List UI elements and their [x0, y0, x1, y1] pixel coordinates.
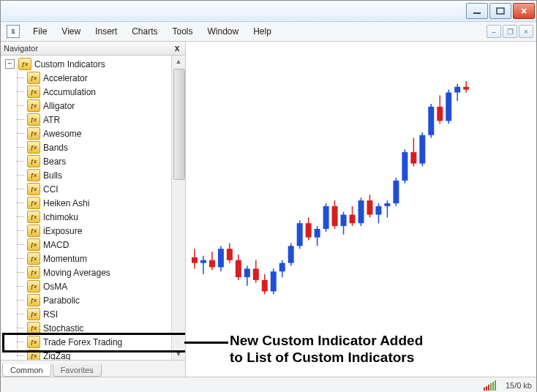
mdi-controls: – ❐ × [485, 25, 536, 38]
annotation-connector [184, 342, 228, 344]
tree-item[interactable]: Bulls [2, 168, 171, 182]
chart-area[interactable]: New Custom Indicator Added to List of Cu… [186, 42, 536, 377]
svg-rect-29 [306, 223, 312, 237]
svg-rect-49 [393, 181, 399, 203]
tree-item-label: ATR [43, 115, 60, 125]
svg-rect-55 [419, 135, 425, 164]
tree-item[interactable]: Accumulation [2, 85, 171, 99]
svg-rect-51 [402, 152, 408, 181]
tree-item[interactable]: Awesome [2, 127, 171, 140]
svg-rect-61 [446, 92, 451, 121]
tree-item[interactable]: iExposure [2, 224, 171, 238]
menu-file[interactable]: File [26, 23, 54, 40]
annotation-text: New Custom Indicator Added to List of Cu… [230, 332, 423, 367]
indicator-fx-icon [27, 99, 40, 112]
navigator-header: Navigator x [1, 42, 185, 56]
menu-view[interactable]: View [54, 23, 88, 40]
window-close-button[interactable]: × [513, 3, 535, 19]
tree-item-label: ZigZag [43, 351, 70, 361]
mdi-close-button[interactable]: × [519, 25, 533, 38]
indicator-fx-icon [27, 238, 40, 251]
tree-item[interactable]: RSI [2, 307, 171, 321]
svg-rect-63 [454, 87, 460, 93]
tree-item-label: Bulls [43, 170, 62, 181]
tree-expander-icon[interactable]: − [5, 59, 15, 69]
tree-item-label: Alligator [43, 101, 75, 111]
status-bar: 15/0 kb [1, 377, 536, 392]
connection-signal-icon [484, 380, 497, 391]
tree-item[interactable]: Ichimoku [2, 210, 171, 224]
tree-item-label: Bears [43, 157, 66, 167]
scroll-thumb[interactable] [173, 69, 185, 180]
indicator-fx-icon [27, 113, 40, 126]
menu-charts[interactable]: Charts [124, 23, 165, 40]
tree-item[interactable]: Parabolic [2, 293, 171, 307]
tree-item-label: CCI [43, 184, 59, 195]
navigator-tabs: Common Favorites [1, 360, 185, 377]
svg-rect-17 [253, 268, 259, 280]
navigator-scrollbar[interactable]: ▲ ▼ [171, 56, 185, 360]
app-window: × $ FileViewInsertChartsToolsWindowHelp … [0, 0, 537, 392]
tree-item[interactable]: CCI [2, 182, 171, 196]
tree-item-label: Bands [43, 143, 68, 153]
svg-rect-37 [341, 215, 347, 227]
window-minimize-button[interactable] [466, 3, 488, 19]
tree-item[interactable]: ZigZag [2, 349, 171, 360]
svg-rect-41 [358, 200, 364, 223]
navigator-panel: Navigator x −Custom IndicatorsAccelerato… [1, 42, 186, 377]
menu-window[interactable]: Window [200, 23, 247, 40]
svg-rect-13 [236, 260, 241, 277]
tree-item-label: iExposure [43, 226, 82, 236]
tree-item-label: Awesome [43, 129, 81, 139]
indicator-fx-icon [27, 322, 40, 334]
navigator-title: Navigator [4, 44, 38, 53]
window-maximize-button[interactable] [489, 3, 511, 19]
scroll-down-button[interactable]: ▼ [173, 348, 184, 360]
tree-item[interactable]: ATR [2, 113, 171, 127]
indicator-fx-icon [27, 127, 40, 140]
menu-insert[interactable]: Insert [88, 23, 124, 40]
navigator-close-button[interactable]: x [172, 43, 182, 53]
tree-item[interactable]: Accelerator [2, 71, 171, 85]
svg-rect-7 [209, 260, 215, 268]
svg-rect-43 [367, 200, 372, 214]
svg-rect-1 [497, 8, 504, 14]
tree-item[interactable]: Bears [2, 154, 171, 168]
indicator-tree[interactable]: −Custom IndicatorsAcceleratorAccumulatio… [1, 56, 171, 360]
svg-rect-35 [332, 206, 338, 226]
tree-item[interactable]: Moving Averages [2, 265, 171, 279]
tree-item[interactable]: Bands [2, 140, 171, 154]
indicator-fx-icon [27, 350, 40, 360]
menu-tools[interactable]: Tools [165, 23, 200, 40]
tab-common[interactable]: Common [2, 364, 51, 377]
tree-item[interactable]: Trade Forex Trading [2, 335, 171, 349]
navigator-body: −Custom IndicatorsAcceleratorAccumulatio… [1, 56, 185, 360]
tree-root-custom-indicators[interactable]: −Custom Indicators [2, 57, 171, 71]
indicator-fx-icon [27, 86, 40, 98]
svg-rect-5 [200, 260, 206, 263]
tree-item[interactable]: Heiken Ashi [2, 196, 171, 210]
mdi-minimize-button[interactable]: – [487, 25, 501, 38]
tree-item-label: Parabolic [43, 295, 80, 306]
tree-item-label: MACD [43, 240, 69, 250]
scroll-up-button[interactable]: ▲ [173, 56, 184, 67]
indicator-fx-icon [27, 169, 40, 181]
tree-item[interactable]: Momentum [2, 252, 171, 265]
svg-rect-59 [437, 107, 443, 121]
tree-item[interactable]: Alligator [2, 99, 171, 113]
svg-rect-0 [473, 12, 481, 14]
scroll-track[interactable] [173, 67, 184, 348]
svg-rect-19 [262, 280, 268, 292]
tab-favorites[interactable]: Favorites [53, 364, 102, 377]
svg-rect-15 [244, 268, 250, 277]
tree-item[interactable]: Stochastic [2, 321, 171, 335]
window-titlebar: × [1, 1, 536, 22]
menu-help[interactable]: Help [246, 23, 279, 40]
svg-rect-27 [297, 223, 303, 246]
indicator-fx-icon [27, 183, 40, 195]
menu-bar: $ FileViewInsertChartsToolsWindowHelp – … [1, 22, 536, 42]
tree-item[interactable]: OsMA [2, 279, 171, 293]
svg-rect-33 [323, 206, 329, 229]
mdi-restore-button[interactable]: ❐ [503, 25, 517, 38]
tree-item[interactable]: MACD [2, 238, 171, 252]
